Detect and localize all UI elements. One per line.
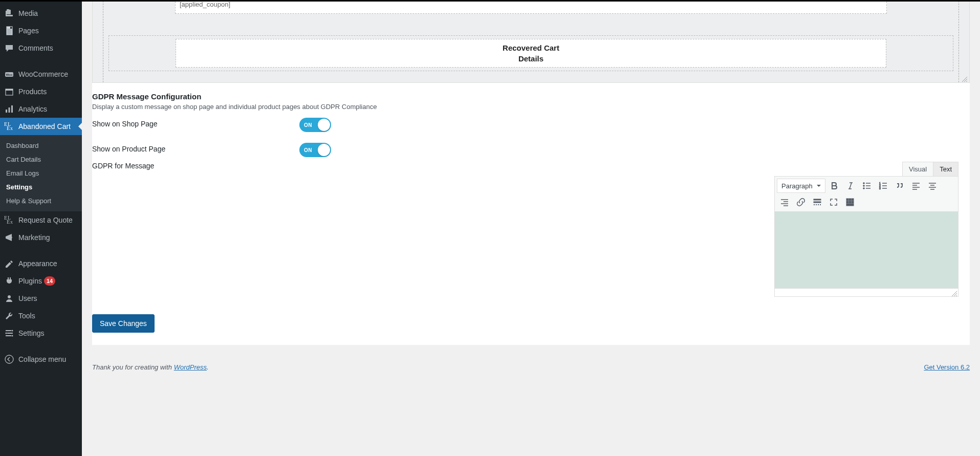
sidebar-item-products[interactable]: Products (0, 83, 82, 100)
sidebar-item-media[interactable]: Media (0, 5, 82, 22)
editor-blockquote-button[interactable] (892, 179, 907, 193)
svg-rect-8 (11, 105, 13, 113)
sidebar-label: Collapse menu (18, 355, 66, 363)
svg-rect-31 (846, 204, 854, 206)
sidebar-label: Request a Quote (18, 216, 73, 224)
gdpr-heading: GDPR Message Configuration (92, 92, 970, 101)
sidebar-label: Analytics (18, 105, 47, 113)
editor-align-right-button[interactable] (777, 195, 792, 209)
sidebar-item-analytics[interactable]: Analytics (0, 100, 82, 118)
submenu-item-dashboard[interactable]: Dashboard (0, 139, 82, 153)
main-content: [applied_coupon] Recovered Cart Details (82, 0, 980, 456)
email-template-preview-container: [applied_coupon] Recovered Cart Details (92, 0, 970, 83)
editor-bullet-list-button[interactable] (859, 179, 875, 193)
sidebar-separator (0, 60, 82, 62)
submenu-item-settings[interactable]: Settings (0, 180, 82, 194)
svg-rect-10 (6, 330, 11, 331)
template-shortcode-text: [applied_coupon] (180, 1, 230, 8)
collapse-icon (4, 354, 14, 364)
svg-point-19 (863, 188, 864, 189)
sidebar-item-appearance[interactable]: Appearance (0, 255, 82, 272)
submenu-item-cart-details[interactable]: Cart Details (0, 153, 82, 166)
media-icon (4, 8, 14, 18)
template-recovered-block[interactable]: Recovered Cart Details (176, 39, 886, 68)
sidebar-label: Pages (18, 27, 39, 35)
sidebar-separator (0, 249, 82, 252)
email-template-preview-scroll[interactable]: [applied_coupon] Recovered Cart Details (93, 1, 969, 82)
svg-rect-28 (846, 201, 848, 203)
svg-rect-27 (852, 199, 854, 201)
gdpr-message-editor: Visual Text Paragraph 123 (774, 162, 959, 297)
submenu-item-help[interactable]: Help & Support (0, 194, 82, 208)
editor-resize-handle[interactable] (950, 289, 957, 296)
editor-format-label: Paragraph (781, 182, 813, 190)
sidebar-label: Comments (18, 44, 53, 52)
template-shortcode-block[interactable]: [applied_coupon] (175, 1, 887, 14)
editor-content-area[interactable] (774, 212, 959, 289)
sidebar-label: Marketing (18, 233, 50, 242)
editor-tab-visual[interactable]: Visual (902, 162, 933, 176)
toggle-show-on-product[interactable]: ON (299, 143, 331, 157)
footer-wordpress-link[interactable]: WordPress (174, 363, 207, 371)
save-changes-button[interactable]: Save Changes (92, 314, 155, 333)
sidebar-label: Products (18, 88, 47, 96)
svg-rect-11 (7, 333, 13, 334)
plugins-icon (4, 276, 14, 286)
toggle-show-on-shop[interactable]: ON (299, 118, 331, 132)
editor-fullscreen-button[interactable] (826, 195, 841, 209)
elex-icon: ELEx (4, 215, 14, 225)
plugins-update-badge: 14 (44, 276, 55, 286)
admin-sidebar: Media Pages Comments Woo WooCommerce Pro… (0, 0, 82, 456)
editor-toolbar: Paragraph 123 (774, 176, 959, 212)
svg-rect-5 (6, 89, 13, 91)
toggle-on-text: ON (304, 122, 312, 128)
svg-point-9 (8, 295, 11, 298)
sidebar-item-tools[interactable]: Tools (0, 307, 82, 324)
toggle-knob (318, 144, 330, 156)
footer-version-link[interactable]: Get Version 6.2 (924, 363, 970, 371)
editor-bold-button[interactable] (826, 179, 842, 193)
sidebar-item-request-quote[interactable]: ELEx Request a Quote (0, 211, 82, 229)
svg-text:3: 3 (879, 187, 881, 190)
editor-numbered-list-button[interactable]: 123 (876, 179, 891, 193)
sidebar-item-woocommerce[interactable]: Woo WooCommerce (0, 66, 82, 83)
marketing-icon (4, 232, 14, 243)
sidebar-item-users[interactable]: Users (0, 290, 82, 307)
admin-footer: Thank you for creating with WordPress. G… (82, 355, 980, 385)
editor-resize-handle[interactable] (960, 75, 967, 82)
template-recovered-heading-1: Recovered Cart (182, 44, 880, 52)
sidebar-item-marketing[interactable]: Marketing (0, 229, 82, 246)
editor-more-button[interactable] (810, 195, 825, 209)
settings-icon (4, 328, 14, 338)
sidebar-label: Settings (18, 329, 45, 337)
svg-point-16 (5, 355, 13, 363)
sidebar-collapse[interactable]: Collapse menu (0, 351, 82, 368)
editor-align-center-button[interactable] (925, 179, 940, 193)
sidebar-item-pages[interactable]: Pages (0, 22, 82, 39)
submenu-item-email-logs[interactable]: Email Logs (0, 166, 82, 180)
footer-prefix: Thank you for creating with (92, 363, 174, 371)
template-recovered-heading-2: Details (182, 54, 880, 63)
sidebar-item-plugins[interactable]: Plugins 14 (0, 272, 82, 290)
editor-link-button[interactable] (793, 195, 809, 209)
svg-point-17 (863, 183, 864, 184)
svg-rect-12 (6, 335, 11, 336)
editor-align-left-button[interactable] (908, 179, 924, 193)
analytics-icon (4, 104, 14, 114)
svg-rect-26 (849, 199, 851, 201)
editor-toggle-toolbar-button[interactable] (842, 195, 858, 209)
editor-format-select[interactable]: Paragraph (777, 179, 825, 193)
sidebar-label: Abandoned Cart (18, 122, 71, 131)
sidebar-item-comments[interactable]: Comments (0, 39, 82, 57)
editor-tab-text[interactable]: Text (933, 162, 959, 176)
gdpr-description: Display a custom message on shop page an… (92, 103, 970, 111)
sidebar-item-settings[interactable]: Settings (0, 324, 82, 342)
comments-icon (4, 43, 14, 53)
svg-point-13 (12, 330, 13, 332)
tools-icon (4, 311, 14, 321)
sidebar-label: Media (18, 9, 38, 17)
admin-bar (0, 0, 980, 2)
sidebar-item-abandoned-cart[interactable]: ELEx Abandoned Cart (0, 118, 82, 135)
svg-point-14 (6, 333, 7, 334)
editor-italic-button[interactable] (843, 179, 858, 193)
